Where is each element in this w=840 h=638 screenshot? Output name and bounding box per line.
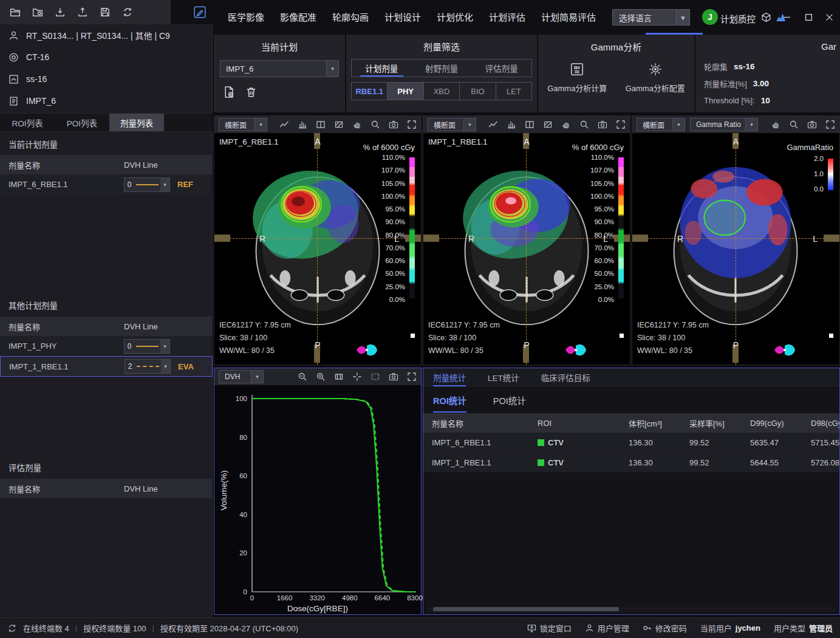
new-dose-icon[interactable] [222,86,235,98]
dose-row-ref[interactable]: IMPT_6_RBE1.1 0 ▾ REF [0,174,213,194]
chevron-down-icon[interactable]: ▾ [326,61,338,77]
viewport-canvas[interactable]: IMPT_1_RBE1.1 % of 6000 cGy 110.0%107.0%… [423,133,630,365]
slice-handle-left[interactable] [632,235,648,242]
table-row[interactable]: IMPT_1_RBE1.1 CTV 136.30 99.52 5644.55 5… [423,453,839,473]
patient-row[interactable]: RT_S0134... | RT_S0134... | 其他 | C9 [0,24,212,46]
close-button[interactable] [821,9,837,25]
zoom-out-icon[interactable] [298,372,307,382]
tab-poi-list[interactable]: POI列表 [55,114,109,131]
sync-icon[interactable] [120,4,135,20]
profile-icon[interactable] [316,120,326,129]
view-orientation-select[interactable]: 横断面 ▾ [428,118,476,131]
chevron-down-icon[interactable]: ▾ [745,118,757,131]
dvh-line-control[interactable]: 0 ▾ [124,339,170,354]
crosshair-vertical[interactable] [317,133,318,365]
chevron-down-icon[interactable]: ▾ [161,360,170,373]
import-icon[interactable] [52,4,68,20]
tab-roi-list[interactable]: ROI列表 [0,114,55,131]
export-icon[interactable] [75,4,90,20]
tab-let-statistics[interactable]: LET统计 [488,368,519,386]
maximize-button[interactable] [801,9,816,25]
rect-select-icon[interactable] [370,372,380,382]
menu-item[interactable]: 轮廓勾画 [324,0,377,35]
tab-roi-statistics[interactable]: ROI统计 [433,394,466,406]
menu-item[interactable]: 计划简易评估 [533,0,604,35]
dose-type-let-button[interactable]: LET [496,83,531,100]
chevron-down-icon[interactable]: ▾ [463,118,476,131]
dose-type-rbe-button[interactable]: RBE1.1 [352,83,388,100]
histogram-icon[interactable] [507,120,516,129]
dvh-line-control[interactable]: 2 ▾ [125,359,171,374]
viewport-canvas[interactable]: IMPT_6_RBE1.1 % of 6000 cGy 110.0%107.0%… [214,133,421,365]
dose-type-phy-button[interactable]: PHY [388,83,423,100]
dose-type-xbd-button[interactable]: XBD [424,83,460,100]
tab-clinical-goals[interactable]: 临床评估目标 [541,368,590,386]
view-orientation-select[interactable]: 横断面 ▾ [637,118,685,131]
tab-poi-statistics[interactable]: POI统计 [493,394,526,406]
user-management-button[interactable]: 用户管理 [585,622,629,634]
minimize-button[interactable] [779,9,794,25]
snapshot-icon[interactable] [389,372,398,382]
avatar[interactable]: J [702,9,718,25]
plan-row[interactable]: IMPT_6 [0,90,212,112]
viewport-canvas[interactable]: GammaRatio 2.01.00.0 A R L P IEC61217 Y:… [632,133,839,365]
zoom-icon[interactable] [370,120,380,129]
lock-window-button[interactable]: 锁定窗口 [527,622,572,634]
fit-view-icon[interactable] [334,372,344,382]
tab-eval-dose[interactable]: 评估剂量 [471,60,531,77]
cube-icon[interactable] [758,9,774,25]
snapshot-icon[interactable] [598,120,607,129]
menu-item[interactable]: 计划评估 [481,0,533,35]
trend-icon[interactable] [279,120,289,129]
snapshot-icon[interactable] [389,120,398,129]
save-icon[interactable] [97,4,113,20]
zoom-in-icon[interactable] [316,372,326,382]
hatch-icon[interactable] [543,120,553,129]
menu-item-qc[interactable]: 计划质控 [720,12,756,25]
chevron-down-icon[interactable]: ▾ [676,10,689,25]
dvh-line-control[interactable]: 0 ▾ [124,177,170,192]
scrollbar-thumb[interactable] [433,607,619,611]
hatch-icon[interactable] [334,120,344,129]
menu-item[interactable]: 计划设计 [377,0,429,35]
view-orientation-select[interactable]: 横断面 ▾ [219,118,267,131]
dvh-plot[interactable]: 100806040200 016603320498066408300 Volum… [214,385,421,616]
histogram-icon[interactable] [298,120,307,129]
fullscreen-icon[interactable] [616,120,626,129]
chevron-down-icon[interactable]: ▾ [254,118,267,131]
folder-settings-icon[interactable] [30,4,46,20]
fullscreen-icon[interactable] [825,120,835,129]
current-plan-select[interactable]: IMPT_6 ▾ [220,60,339,77]
delete-icon[interactable] [245,86,258,98]
dose-row-eva[interactable]: IMPT_1_RBE1.1 2 ▾ EVA [0,356,213,377]
slice-handle-right[interactable] [824,235,839,242]
series-row[interactable]: CT-16 [0,46,212,68]
tab-dose-statistics[interactable]: 剂量统计 [433,368,466,386]
change-password-button[interactable]: 修改密码 [643,622,687,634]
snapshot-icon[interactable] [807,120,817,129]
gamma-calc-button[interactable]: Gamma分析计算 [547,61,607,94]
table-row[interactable]: IMPT_6_RBE1.1 CTV 136.30 99.52 5635.47 5… [423,433,839,453]
menu-item[interactable]: 计划优化 [429,0,481,35]
chevron-down-icon[interactable]: ▾ [672,118,685,131]
slice-handle-left[interactable] [423,235,439,242]
pan-hand-icon[interactable] [771,120,780,129]
menu-item[interactable]: 影像配准 [272,0,324,35]
dose-type-bio-button[interactable]: BIO [460,83,496,100]
trend-icon[interactable] [488,120,498,129]
gamma-mode-select[interactable]: Gamma Ratio ▾ [690,118,758,131]
fullscreen-icon[interactable] [407,120,417,129]
open-folder-icon[interactable] [7,4,23,20]
zoom-icon[interactable] [789,120,799,129]
pan-hand-icon[interactable] [352,120,362,129]
gamma-config-button[interactable]: Gamma分析配置 [626,61,685,94]
pan-hand-icon[interactable] [561,120,571,129]
slice-handle-left[interactable] [214,235,230,242]
dose-row-phy[interactable]: IMPT_1_PHY 0 ▾ [0,336,213,356]
profile-icon[interactable] [525,120,534,129]
structure-set-row[interactable]: ss-16 [0,68,212,90]
crosshair-vertical[interactable] [526,133,527,365]
horizontal-scrollbar[interactable] [427,606,836,612]
tab-beam-dose[interactable]: 射野剂量 [412,60,472,77]
chevron-down-icon[interactable]: ▾ [160,340,169,353]
